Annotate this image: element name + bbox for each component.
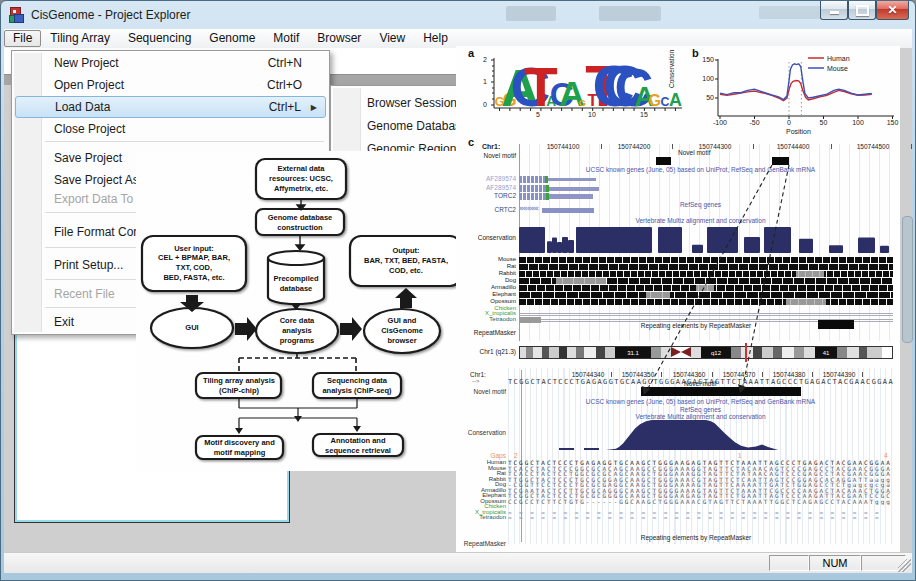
align-thin-line (519, 313, 893, 314)
align-species-label: Rat (456, 263, 516, 269)
coordinate-tick (812, 372, 813, 377)
node-core-analysis: Core data analysis programs (267, 317, 327, 345)
menu-item-load-data[interactable]: Load DataCtrl+L▶ (15, 96, 326, 118)
gene-exon-block (519, 193, 546, 200)
multiz-text-lower: Vertebrate Multiz alignment and conserva… (508, 413, 893, 420)
ideogram-band (753, 347, 762, 358)
menu-item-close-project[interactable]: Close Project (15, 118, 326, 140)
ideogram-band (782, 347, 794, 358)
align-species-label: Rabbit (456, 270, 516, 276)
b-xtick-label: 0 (780, 119, 798, 126)
b-xtick-label: 100 (849, 119, 867, 126)
num-lock-indicator: NUM (822, 557, 847, 569)
scrollbar-thumb[interactable] (902, 216, 913, 343)
menu-item-label: New Project (54, 56, 119, 70)
gene-intron-line (542, 208, 594, 213)
flowchart-graphics (136, 151, 466, 471)
b-legend-human: Human (827, 55, 850, 62)
figure-panels: a b c Conservation Position Human Mouse … (456, 46, 900, 552)
coordinate-tick (762, 372, 763, 377)
coordinate-tick (601, 144, 602, 149)
minimize-icon (830, 11, 839, 14)
menu-help[interactable]: Help (414, 30, 457, 47)
coordinate-label: 150744370 (723, 371, 756, 378)
menu-item-label: Export Data To Ci (54, 192, 148, 206)
ideogram-label: Chr1 (q21.3) (456, 348, 516, 355)
align-track-bar (519, 271, 893, 277)
align-gap-patch (646, 292, 670, 298)
menu-item-new-project[interactable]: New ProjectCtrl+N (15, 52, 326, 74)
menu-browser[interactable]: Browser (308, 30, 370, 47)
ideogram-band (804, 347, 815, 358)
menu-file[interactable]: File (4, 30, 41, 47)
align-species-label: Elephant (456, 291, 516, 297)
a-ytick: 2 (483, 56, 487, 63)
ideogram-band (596, 347, 605, 358)
centromere (671, 347, 681, 357)
svg-text:A: A (501, 59, 539, 117)
maximize-button[interactable] (848, 1, 876, 20)
submenu-item-genome-database[interactable]: Genome Database (334, 115, 470, 137)
strand-arrow: --> (472, 378, 480, 384)
submenu-arrow-icon: ▶ (311, 103, 317, 112)
node-sequencing: Sequencing data analysis (ChIP-seq) (315, 376, 399, 396)
node-tiling-array: Tiling array analysis (ChIP-chip) (198, 376, 280, 396)
a-xtick: 10 (588, 111, 596, 118)
title-bar[interactable]: CisGenome - Project Explorer ✕ (1, 1, 915, 29)
gene-exon-block (519, 185, 546, 192)
ideogram-band (567, 347, 576, 358)
ideogram-band: q12 (701, 347, 731, 358)
menu-separator (45, 141, 324, 142)
node-genome-db-construction: Genome database construction (258, 212, 342, 233)
coordinate-tick (753, 144, 754, 149)
gap-count: 2 (514, 452, 518, 459)
menu-motif[interactable]: Motif (264, 30, 308, 47)
track-novel-motif-lower: Novel motif (456, 388, 506, 395)
ideogram-band (526, 347, 533, 358)
ideogram-band (605, 347, 615, 358)
align-gap-patch (786, 299, 826, 305)
gene-label: AF289574 (456, 184, 516, 191)
menu-view[interactable]: View (370, 30, 414, 47)
track-repeatmasker: RepeatMasker (456, 329, 516, 336)
gene-intron-line (548, 178, 596, 181)
svg-text:C: C (550, 76, 574, 113)
ucsc-genes-text-lower: UCSC known genes (June, 05) based on Uni… (508, 398, 893, 405)
resize-grip[interactable] (898, 559, 911, 572)
svg-text:T: T (588, 91, 598, 110)
status-cell-num: NUM (809, 555, 861, 571)
seq-species-label: Tetraodon (456, 514, 506, 520)
window-title: CisGenome - Project Explorer (31, 8, 190, 22)
close-button[interactable]: ✕ (876, 1, 909, 20)
species-sequence: = = = = = = = = = = = = = = = = = = = = … (508, 514, 898, 521)
align-track-bar (519, 264, 893, 270)
close-icon: ✕ (887, 4, 897, 16)
align-track-bar (519, 292, 893, 298)
svg-text:T: T (524, 56, 558, 118)
coordinate-label: 150744500 (857, 143, 890, 150)
menu-sequencing[interactable]: Sequencing (119, 30, 200, 47)
coordinate-tick (611, 372, 612, 377)
menu-tiling-array[interactable]: Tiling Array (41, 30, 119, 47)
track-gaps: Gaps (456, 452, 506, 459)
species-sequence: CCGCCTCTTCTGTG------GGCAAGCTGGGAAACGTAGT… (508, 498, 898, 505)
gene-label: AF289574 (456, 175, 516, 182)
b-ytick-label: 100 (696, 75, 714, 82)
ideogram-band-label: q12 (701, 347, 731, 358)
minimize-button[interactable] (820, 1, 848, 20)
coordinate-label: 150744300 (699, 143, 732, 150)
multiz-text: Vertebrate Multiz alignment and conserva… (508, 217, 893, 224)
refseq-text: RefSeq genes (508, 201, 893, 208)
coordinate-tick (672, 144, 673, 149)
ideogram-band (661, 347, 671, 358)
coordinate-label: 150744340 (572, 371, 605, 378)
panel-a-label: a (468, 47, 474, 59)
track-repeatmasker-lower: RepeatMasker (456, 540, 506, 547)
b-legend-mouse: Mouse (827, 65, 848, 72)
menu-genome[interactable]: Genome (200, 30, 264, 47)
menu-item-open-project[interactable]: Open ProjectCtrl+O (15, 74, 326, 96)
submenu-item-browser-session[interactable]: Browser Session (334, 92, 470, 114)
glass-reflection (759, 6, 827, 19)
menu-shortcut: Ctrl+L (269, 100, 301, 114)
ideogram-band (584, 347, 596, 358)
